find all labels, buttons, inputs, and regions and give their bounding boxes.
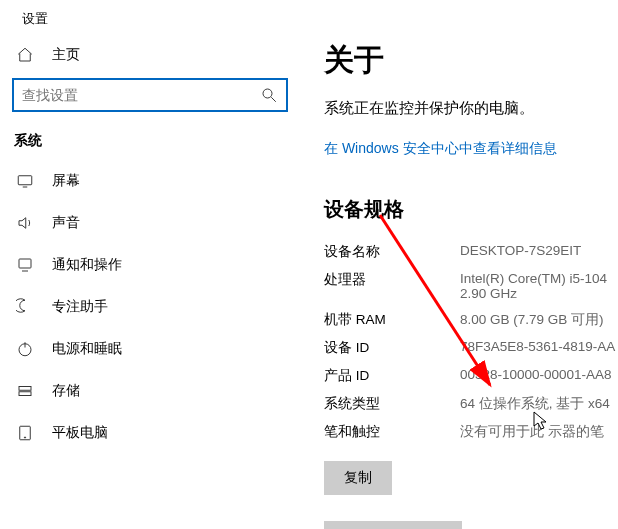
rename-pc-button[interactable]: 重命名这台电脑 [324, 521, 462, 529]
spec-row-ram: 机带 RAM 8.00 GB (7.79 GB 可用) [324, 311, 618, 329]
protection-status-text: 系统正在监控并保护你的电脑。 [324, 99, 618, 118]
search-icon [260, 86, 278, 104]
sidebar-item-label: 存储 [52, 382, 80, 400]
spec-label: 产品 ID [324, 367, 460, 385]
sound-icon [16, 214, 34, 232]
app-title: 设置 [22, 10, 288, 28]
sidebar-home-label: 主页 [52, 46, 80, 64]
sidebar-item-power[interactable]: 电源和睡眠 [12, 328, 288, 370]
tablet-icon [16, 424, 34, 442]
spec-label: 笔和触控 [324, 423, 460, 441]
sidebar-item-display[interactable]: 屏幕 [12, 160, 288, 202]
sidebar-item-label: 专注助手 [52, 298, 108, 316]
sidebar-item-tablet[interactable]: 平板电脑 [12, 412, 288, 454]
spec-value: DESKTOP-7S29EIT [460, 243, 618, 261]
search-input[interactable] [22, 87, 260, 103]
spec-value: 8.00 GB (7.79 GB 可用) [460, 311, 618, 329]
page-title: 关于 [324, 40, 618, 81]
display-icon [16, 172, 34, 190]
sidebar-item-label: 通知和操作 [52, 256, 122, 274]
sidebar-item-storage[interactable]: 存储 [12, 370, 288, 412]
spec-value: 00328-10000-00001-AA8 [460, 367, 618, 385]
svg-rect-4 [19, 387, 31, 391]
storage-icon [16, 382, 34, 400]
spec-label: 机带 RAM [324, 311, 460, 329]
main-content: 关于 系统正在监控并保护你的电脑。 在 Windows 安全中心中查看详细信息 … [300, 0, 618, 529]
spec-label: 设备名称 [324, 243, 460, 261]
notification-icon [16, 256, 34, 274]
spec-label: 设备 ID [324, 339, 460, 357]
spec-label: 系统类型 [324, 395, 460, 413]
spec-value: 78F3A5E8-5361-4819-AA [460, 339, 618, 357]
sidebar-item-label: 电源和睡眠 [52, 340, 122, 358]
spec-label: 处理器 [324, 271, 460, 301]
power-icon [16, 340, 34, 358]
spec-row-pen-touch: 笔和触控 没有可用于此 示器的笔 [324, 423, 618, 441]
spec-row-processor: 处理器 Intel(R) Core(TM) i5-104 2.90 GHz [324, 271, 618, 301]
spec-value: 没有可用于此 示器的笔 [460, 423, 618, 441]
device-specs-heading: 设备规格 [324, 196, 618, 223]
svg-rect-5 [19, 392, 31, 396]
spec-value: 64 位操作系统, 基于 x64 [460, 395, 618, 413]
spec-row-device-name: 设备名称 DESKTOP-7S29EIT [324, 243, 618, 261]
sidebar: 设置 主页 系统 屏幕 声音 通知和操作 专注助手 [0, 0, 300, 529]
spec-row-product-id: 产品 ID 00328-10000-00001-AA8 [324, 367, 618, 385]
svg-point-0 [263, 89, 272, 98]
sidebar-section-label: 系统 [12, 132, 288, 150]
search-box[interactable] [12, 78, 288, 112]
sidebar-item-label: 屏幕 [52, 172, 80, 190]
sidebar-home[interactable]: 主页 [12, 46, 288, 64]
spec-value: Intel(R) Core(TM) i5-104 2.90 GHz [460, 271, 618, 301]
focus-icon [16, 298, 34, 316]
sidebar-item-focus[interactable]: 专注助手 [12, 286, 288, 328]
sidebar-item-sound[interactable]: 声音 [12, 202, 288, 244]
sidebar-item-notifications[interactable]: 通知和操作 [12, 244, 288, 286]
spec-row-device-id: 设备 ID 78F3A5E8-5361-4819-AA [324, 339, 618, 357]
sidebar-item-label: 声音 [52, 214, 80, 232]
home-icon [16, 46, 34, 64]
copy-button[interactable]: 复制 [324, 461, 392, 495]
svg-point-7 [24, 437, 25, 438]
spec-row-system-type: 系统类型 64 位操作系统, 基于 x64 [324, 395, 618, 413]
svg-rect-1 [18, 176, 32, 185]
svg-rect-2 [19, 259, 31, 268]
sidebar-item-label: 平板电脑 [52, 424, 108, 442]
security-center-link[interactable]: 在 Windows 安全中心中查看详细信息 [324, 140, 557, 158]
